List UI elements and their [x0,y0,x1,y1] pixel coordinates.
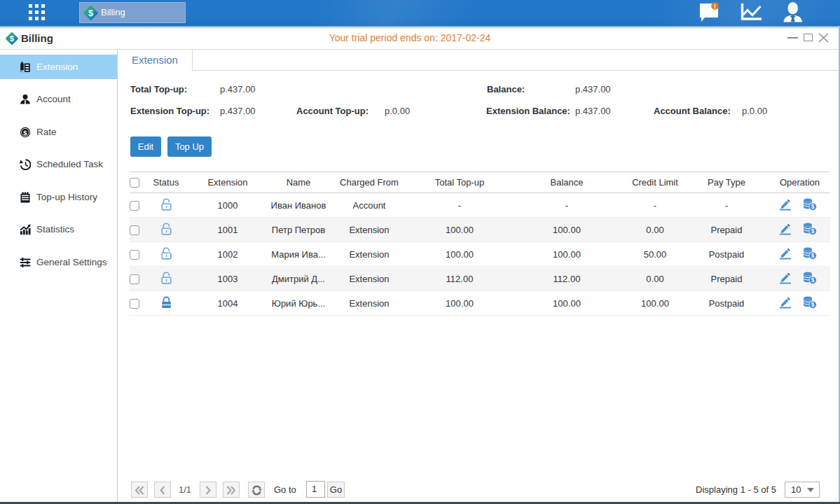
svg-text:$: $ [10,34,15,43]
svg-text:$: $ [811,301,814,308]
svg-text:$: $ [88,8,94,18]
svg-text:!: ! [714,3,716,10]
svg-text:$: $ [811,276,814,284]
svg-text:$: $ [811,252,814,259]
svg-text:$: $ [811,227,814,234]
svg-text:$: $ [23,128,27,136]
svg-text:$: $ [811,203,814,210]
